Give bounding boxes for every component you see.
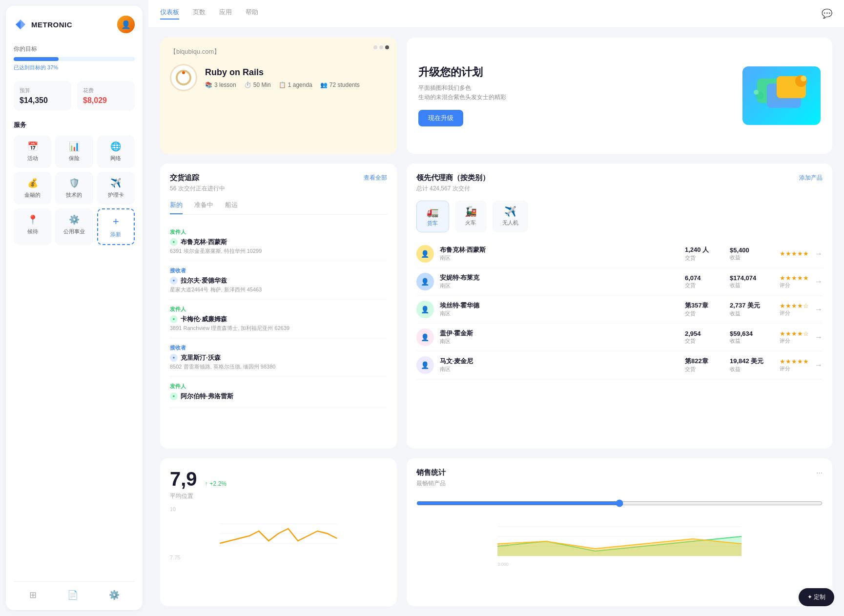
sales-stats-card: 销售统计 ⋯ 最畅销产品 3,000 2,500 — [407, 458, 832, 606]
delivery-addr-1: 6391 埃尔金圣塞莱斯, 特拉华州 10299 — [170, 247, 387, 255]
upgrade-text: 升级您的计划 平面插图和我们多色 生动的未混合紫色头发女士的精彩 现在升级 — [418, 65, 733, 126]
svg-point-8 — [754, 90, 759, 95]
tab-new[interactable]: 新的 — [170, 201, 183, 214]
nav-pages[interactable]: 页数 — [193, 8, 206, 20]
sender-label-3: 发件人 — [170, 306, 387, 313]
sales-header: 销售统计 ⋯ — [416, 468, 823, 477]
delivery-addr-3: 3891 Ranchview 理查森博士, 加利福尼亚州 62639 — [170, 325, 387, 332]
cat-drone[interactable]: ✈️ 无人机 — [493, 201, 528, 232]
agent-arrow-2[interactable]: → — [815, 277, 823, 286]
svg-point-6 — [801, 76, 806, 82]
service-add[interactable]: + 添新 — [97, 208, 135, 245]
service-public[interactable]: ⚙️ 公用事业 — [55, 208, 93, 245]
agent-revenue-4: $59,634 收益 — [730, 330, 774, 345]
tracking-subtitle: 56 次交付正在进行中 — [170, 185, 387, 193]
nav-links: 仪表板 页数 应用 帮助 — [160, 8, 258, 20]
nav-apps[interactable]: 应用 — [219, 8, 232, 20]
sales-chart-svg: 3,000 2,500 — [416, 517, 823, 566]
revenue-label-3: 收益 — [730, 310, 774, 317]
customize-button[interactable]: ✦ 定制 — [799, 588, 834, 606]
agent-arrow-5[interactable]: → — [815, 361, 823, 370]
stat-label-2: 交货 — [685, 282, 724, 289]
message-icon[interactable]: 💬 — [822, 8, 832, 19]
agenda-icon: 📋 — [279, 82, 286, 88]
sales-range-container — [416, 495, 823, 511]
revenue-value-2: $174,074 — [730, 274, 774, 282]
dot-green-3: ● — [170, 315, 178, 323]
service-tech[interactable]: 🛡️ 技术的 — [55, 172, 93, 205]
delivery-item-3: 发件人 ● 卡梅伦·威廉姆森 3891 Ranchview 理查森博士, 加利福… — [170, 300, 387, 338]
avg-trend: ↑ +2.2% — [205, 480, 226, 487]
agent-avatar-2: 👤 — [416, 273, 434, 290]
activity-icon: 📅 — [27, 141, 38, 152]
progress-label: 已达到目标的 37% — [14, 64, 135, 71]
rating-label-5: 评分 — [780, 365, 809, 372]
view-all-link[interactable]: 查看全部 — [364, 174, 387, 182]
document-icon[interactable]: 📄 — [67, 590, 78, 600]
agent-info-5: 马文·麦金尼 南区 — [440, 357, 679, 373]
train-icon: 🚂 — [465, 205, 477, 217]
card-dots — [373, 45, 389, 49]
agent-region-1: 南区 — [440, 254, 679, 262]
revenue-label-4: 收益 — [730, 337, 774, 345]
nav-dashboard[interactable]: 仪表板 — [160, 8, 179, 20]
agent-name-1: 布鲁克林·西蒙斯 — [440, 246, 679, 254]
dot-blue-4: ● — [170, 354, 178, 362]
students-meta: 👥 72 students — [320, 82, 360, 88]
finance-icon: 💰 — [27, 178, 38, 188]
cat-train[interactable]: 🚂 火车 — [455, 201, 487, 232]
service-wait[interactable]: 📍 候待 — [14, 208, 51, 245]
finance-label: 金融的 — [24, 191, 41, 199]
nav-help[interactable]: 帮助 — [246, 8, 258, 20]
avg-chart-svg — [170, 514, 387, 553]
sales-menu-icon[interactable]: ⋯ — [816, 469, 823, 476]
drone-icon: ✈️ — [504, 205, 516, 217]
agents-title: 领先代理商（按类别） — [416, 173, 490, 183]
service-activity[interactable]: 📅 活动 — [14, 135, 51, 168]
add-product-button[interactable]: 添加产品 — [799, 174, 823, 182]
user-avatar[interactable]: 👤 — [117, 16, 135, 33]
wait-label: 候待 — [27, 228, 38, 235]
agent-arrow-4[interactable]: → — [815, 333, 823, 342]
service-nursing[interactable]: ✈️ 护理卡 — [97, 172, 135, 205]
stars-2: ★★★★★ — [780, 274, 809, 282]
layers-icon[interactable]: ⊞ — [29, 590, 37, 600]
service-finance[interactable]: 💰 金融的 — [14, 172, 51, 205]
tab-shipping[interactable]: 船运 — [225, 201, 238, 214]
tab-preparing[interactable]: 准备中 — [194, 201, 213, 214]
agent-row-3: 👤 埃丝特·霍华德 南区 第357章 交货 2,737 美元 收益 ★★★★☆ … — [416, 296, 823, 324]
dot-green-5: ● — [170, 392, 178, 400]
receiver-label-2: 接收者 — [170, 267, 387, 274]
agent-arrow-1[interactable]: → — [815, 249, 823, 258]
dot-blue-2: ● — [170, 277, 178, 285]
nursing-label: 护理卡 — [108, 191, 124, 199]
stat-label-5: 交货 — [685, 366, 724, 373]
svg-point-1 — [182, 71, 185, 74]
service-network[interactable]: 🌐 网络 — [97, 135, 135, 168]
cat-truck[interactable]: 🚛 货车 — [416, 201, 449, 232]
sales-range-slider[interactable] — [416, 499, 823, 507]
delivery-item-1: 发件人 ● 布鲁克林·西蒙斯 6391 埃尔金圣塞莱斯, 特拉华州 10299 — [170, 223, 387, 261]
sales-subtitle: 最畅销产品 — [416, 479, 823, 488]
settings-icon[interactable]: ⚙️ — [109, 590, 120, 600]
agent-arrow-3[interactable]: → — [815, 305, 823, 314]
upgrade-button[interactable]: 现在升级 — [418, 110, 463, 126]
logo-icon — [14, 18, 27, 31]
delivery-addr-2: 星家大道2464号 梅萨, 新泽西州 45463 — [170, 286, 387, 293]
insurance-icon: 📊 — [69, 141, 80, 152]
avg-position-card: 7,9 ↑ +2.2% 平均位置 10 7.75 — [160, 458, 397, 606]
sales-title: 销售统计 — [416, 468, 446, 477]
agent-region-4: 南区 — [440, 338, 679, 345]
service-insurance[interactable]: 📊 保险 — [55, 135, 93, 168]
stat-value-3: 第357章 — [685, 301, 724, 310]
stat-label-3: 交货 — [685, 310, 724, 317]
activity-label: 活动 — [27, 155, 38, 162]
agent-revenue-1: $5,400 收益 — [730, 246, 774, 261]
course-image — [170, 64, 197, 91]
chart-label-775: 7.75 — [170, 554, 387, 560]
revenue-value-4: $59,634 — [730, 330, 774, 337]
rating-label-4: 评分 — [780, 337, 809, 345]
goal-title: 你的目标 — [14, 45, 135, 53]
revenue-label-5: 收益 — [730, 366, 774, 373]
services-grid: 📅 活动 📊 保险 🌐 网络 💰 金融的 🛡️ 技术的 ✈️ 护理卡 📍 候待 — [14, 135, 135, 245]
